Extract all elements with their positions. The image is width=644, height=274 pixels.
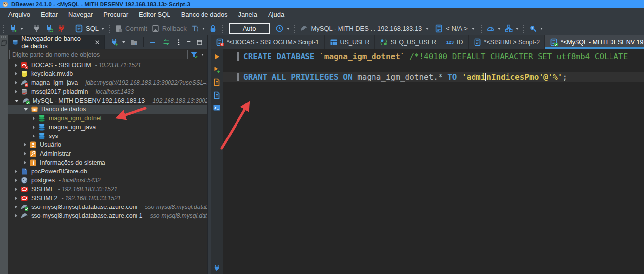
chevron-right-icon[interactable] [15,196,17,200]
tree-item-mssql2017-pbiadmin[interactable]: mssql2017-pbiadmin- localhost:1433 [8,87,207,96]
chevron-right-icon[interactable] [15,63,17,67]
chevron-down-icon[interactable] [15,100,19,102]
editor-tab-seq-us-user[interactable]: SEQ_US_USER [375,35,441,49]
tree-item-banco-de-dados[interactable]: Banco de dados [8,105,207,114]
tree-item-magna-igm-dotnet[interactable]: magna_igm_dotnet [8,114,207,123]
chevron-right-icon[interactable] [15,178,17,182]
tree-item-sso-mysql8-mysql-database-azure-com-1[interactable]: sso-mysql8.mysql.database.azure.com 1- s… [8,211,207,220]
link-editor-button[interactable] [161,36,171,48]
tree-item-postgres[interactable]: postgres- localhost:5432 [8,176,207,185]
dashboard-button[interactable] [485,23,496,34]
tree-item-magna-igm-java[interactable]: magna_igm_java- jdbc:mysql://192.168.183… [8,78,207,87]
chevron-right-icon[interactable] [24,161,26,165]
chevron-right-icon[interactable] [15,81,17,85]
minimize-panel-icon[interactable] [186,39,192,45]
editor-tab-id[interactable]: 123ID [441,35,469,49]
compare-button[interactable] [503,23,514,34]
tree-item-docas-sisloghm[interactable]: DOCAS - SISLOGHM- 10.23.8.71:1521 [8,61,207,69]
chevron-right-icon[interactable] [15,187,17,191]
collapse-all-button[interactable] [148,36,159,48]
menu-item-navegar[interactable]: Navegar [63,9,98,20]
tree-item-pocpowerbistore-db[interactable]: pocPowerBiStore.db [8,167,207,176]
execute-statement-icon[interactable] [213,53,221,61]
editor-tab-us-user[interactable]: US_USER [325,35,375,49]
drag-grip-icon[interactable] [1,36,7,38]
connect-button[interactable] [31,23,42,34]
sql-code-area[interactable]: CREATE DATABASE `magna_igm_dotnet` /*!40… [223,49,644,274]
editor-tab--sishml-script-2[interactable]: *<SISHML> Script-2 [469,35,545,49]
new-folder-button[interactable] [129,36,139,48]
chevron-down-icon[interactable] [287,28,290,30]
navigator-new-connection-button[interactable] [109,36,120,48]
execute-script-icon[interactable] [213,78,221,86]
chevron-down-icon[interactable] [498,28,501,30]
execute-new-tab-icon[interactable] [213,66,221,73]
search-button[interactable] [527,23,539,34]
menu-item-banco-de-dados[interactable]: Banco de dados [176,9,233,20]
chevron-down-icon[interactable] [102,28,104,30]
transaction-mode-button[interactable] [189,23,201,34]
menu-item-arquivo[interactable]: Arquivo [3,9,35,20]
chevron-down-icon[interactable] [122,41,125,43]
chevron-right-icon[interactable] [24,152,26,156]
transaction-log-button[interactable] [274,23,285,34]
chevron-down-icon[interactable] [516,28,519,30]
chevron-right-icon[interactable] [15,90,17,94]
restore-panel-icon[interactable] [0,40,7,47]
object-filter-input[interactable] [9,50,188,59]
code-segment: 'admi [462,72,485,82]
editor-tab--mysql-mith-desenv-192-168-183[interactable]: *<MySQL - MITH DESENV 192.168.183 [545,35,644,49]
database-selector[interactable]: < N/A > [433,24,478,33]
close-icon[interactable] [94,38,100,46]
maximize-panel-icon[interactable] [196,39,203,45]
code-line-1[interactable]: CREATE DATABASE `magna_igm_dotnet` /*!40… [223,51,644,62]
panel-splitter[interactable] [207,35,211,274]
code-line-2[interactable] [223,62,644,72]
connection-selector[interactable]: MySQL - MITH DES ... 192.168.183.13 [298,24,433,33]
chevron-down-icon[interactable] [20,28,23,30]
auto-commit-button[interactable]: Auto [229,23,271,34]
tab-database-navigator[interactable]: Navegador de banco de dados [8,35,105,49]
chevron-right-icon[interactable] [33,134,35,138]
commit-button[interactable]: Commit [113,23,149,34]
chevron-down-icon[interactable] [202,28,205,30]
lock-button[interactable] [207,23,219,34]
tree-item-sso-mysql8-mysql-database-azure-com[interactable]: sso-mysql8.mysql.database.azure.com- sso… [8,203,207,211]
chevron-right-icon[interactable] [15,205,17,209]
chevron-down-icon[interactable] [201,54,204,56]
tree-item-administrar[interactable]: Administrar [8,149,207,158]
tree-item-keycloak-mv-db[interactable]: keycloak.mv.db [8,69,207,78]
chevron-right-icon[interactable] [33,116,35,120]
new-connection-button[interactable] [7,23,19,34]
menu-item-editar[interactable]: Editar [35,9,63,20]
chevron-right-icon[interactable] [15,72,17,76]
chevron-down-icon[interactable] [540,28,543,30]
connection-plug-icon[interactable] [213,264,221,272]
code-line-3[interactable]: GRANT ALL PRIVILEGES ON magna_igm_dotnet… [223,72,644,82]
tree-item-sishml[interactable]: SISHML- 192.168.183.33:1521 [8,185,207,194]
chevron-right-icon[interactable] [33,125,35,129]
menu-item-janela[interactable]: Janela [233,9,263,20]
chevron-right-icon[interactable] [15,170,17,173]
rollback-button[interactable]: Rollback [150,23,188,34]
sql-console-icon[interactable] [213,104,221,112]
editor-tab--docas-sisloghm-script-1[interactable]: *<DOCAS - SISLOGHM> Script-1 [211,35,325,49]
tree-item-magna-igm-java[interactable]: magna_igm_java [8,123,207,132]
menu-item-procurar[interactable]: Procurar [98,9,134,20]
tree-item-mysql-mith-desenv-192-168-183-13[interactable]: MySQL - MITH DESENV 192.168.183.13- 192.… [8,96,207,105]
chevron-right-icon[interactable] [15,214,17,218]
disconnect-button[interactable] [56,23,67,34]
tree-item-informa-es-do-sistema[interactable]: Informações do sistema [8,158,207,167]
filter-funnel-icon[interactable] [190,50,198,59]
view-menu-button[interactable] [173,36,184,48]
chevron-right-icon[interactable] [24,143,26,147]
sql-editor-button[interactable]: SQL [73,23,100,34]
menu-item-ajuda[interactable]: Ajuda [263,9,290,20]
reconnect-button[interactable] [43,23,55,34]
tree-item-sys[interactable]: sys [8,132,207,140]
tree-item-usu-rio[interactable]: Usuário [8,140,207,149]
chevron-down-icon[interactable] [24,108,28,111]
explain-plan-icon[interactable] [213,91,221,99]
menu-item-editor-sql[interactable]: Editor SQL [134,9,176,20]
tree-item-sishml2[interactable]: SISHML2- 192.168.183.33:1521 [8,194,207,203]
